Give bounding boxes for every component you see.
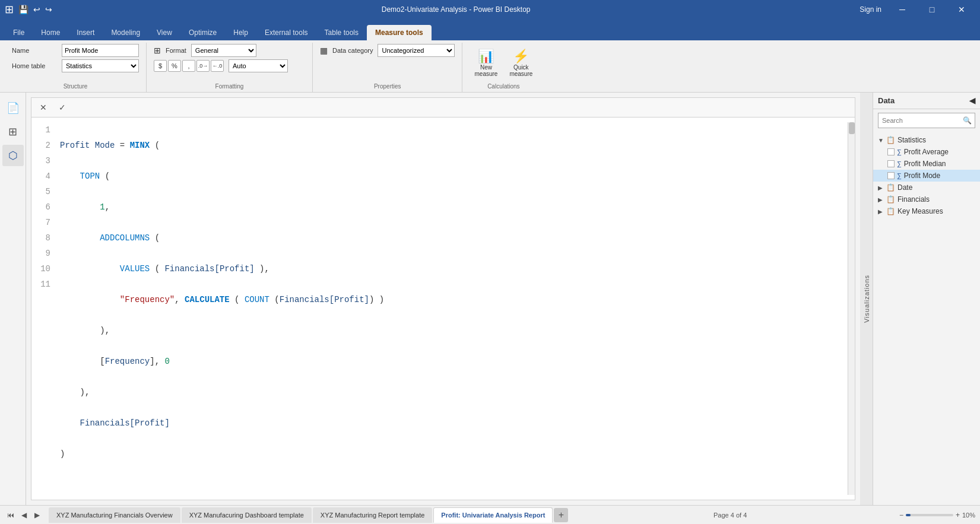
decimal-decrease-button[interactable]: ←.0 (211, 60, 224, 72)
formula-code[interactable]: Profit Mode = MINX ( TOPN ( 1, ADDCOLUMN… (55, 122, 848, 495)
visualizations-sidebar: Visualizations (860, 93, 873, 505)
tab-insert[interactable]: Insert (68, 25, 103, 40)
toggle-statistics[interactable]: ▼ (878, 137, 886, 144)
tree-item-date[interactable]: ▶ 📋 Date (873, 182, 980, 193)
data-category-label: Data category (332, 47, 373, 54)
tab-xyz-dashboard[interactable]: XYZ Manufacuring Dashboard template (182, 507, 312, 523)
close-button[interactable]: ✕ (948, 0, 975, 19)
home-table-select[interactable]: Statistics (62, 59, 139, 72)
code-line-10: Financials[Profit] (60, 415, 843, 431)
tree-item-profit-mode[interactable]: ∑ Profit Mode (873, 170, 980, 182)
sidebar-icon-report[interactable]: 📄 (2, 97, 24, 119)
tab-next-button[interactable]: ▶ (31, 509, 43, 521)
tab-xyz-overview[interactable]: XYZ Manufacturing Financials Overview (49, 507, 180, 523)
sidebar-icon-data[interactable]: ⊞ (2, 121, 24, 142)
left-sidebar: 📄 ⊞ ⬡ (0, 93, 26, 505)
data-category-select[interactable]: Uncategorized (378, 44, 455, 57)
new-measure-button[interactable]: 📊 Newmeasure (470, 44, 502, 82)
quick-access-redo[interactable]: ↪ (45, 5, 52, 14)
tab-profit-univariate[interactable]: Profit: Univariate Analysis Report (433, 507, 553, 523)
comma-button[interactable]: , (182, 60, 195, 72)
tab-measure-tools[interactable]: Measure tools (367, 25, 432, 40)
measure-name-input[interactable] (62, 44, 139, 57)
collapse-data-panel-button[interactable]: ◀ (969, 96, 975, 105)
app-icon: ⊞ (5, 3, 14, 16)
zoom-slider-track (906, 514, 953, 516)
data-panel-header: Data ◀ (873, 93, 980, 109)
sidebar-icon-model[interactable]: ⬡ (2, 145, 24, 166)
format-select[interactable]: General (191, 44, 256, 57)
measure-icon-profit-mode: ∑ (897, 172, 902, 179)
code-line-7: ), (60, 323, 843, 338)
toggle-date[interactable]: ▶ (878, 185, 886, 191)
zoom-bar: − + 10% (899, 511, 975, 519)
code-line-6: "Frequency", CALCULATE ( COUNT (Financia… (60, 292, 843, 307)
tree-item-financials[interactable]: ▶ 📋 Financials (873, 193, 980, 205)
tab-first-button[interactable]: ⏮ (5, 509, 17, 521)
tab-home[interactable]: Home (33, 25, 68, 40)
tab-prev-button[interactable]: ◀ (18, 509, 30, 521)
bottom-tabs: ⏮ ◀ ▶ XYZ Manufacturing Financials Overv… (0, 505, 980, 524)
currency-symbol-button[interactable]: $ (154, 60, 167, 72)
data-category-row: ▦ Data category Uncategorized (320, 43, 455, 58)
quick-access-undo[interactable]: ↩ (33, 5, 40, 14)
ribbon-home-table-row: Home table Statistics (12, 58, 139, 74)
tree-item-profit-average[interactable]: ∑ Profit Average (873, 146, 980, 158)
tab-table-tools[interactable]: Table tools (316, 25, 367, 40)
tree-item-key-measures-label: Key Measures (897, 207, 943, 215)
formatting-group-label: Formatting (154, 83, 305, 92)
sign-in-button[interactable]: Sign in (860, 5, 881, 14)
tab-help[interactable]: Help (225, 25, 256, 40)
add-page-button[interactable]: + (554, 508, 568, 522)
code-editor[interactable]: 1 2 3 4 5 6 7 8 9 10 11 Profit Mode = MI… (31, 117, 855, 500)
tab-view[interactable]: View (148, 25, 180, 40)
currency-controls: $ % , .0→ ←.0 (154, 60, 224, 72)
code-line-2: TOPN ( (60, 169, 843, 184)
percent-button[interactable]: % (168, 60, 181, 72)
tab-optimize[interactable]: Optimize (180, 25, 225, 40)
editor-scrollbar[interactable] (848, 122, 855, 495)
zoom-out-icon[interactable]: − (899, 511, 903, 519)
tab-file[interactable]: File (5, 25, 33, 40)
checkbox-profit-average[interactable] (887, 148, 895, 155)
minimize-button[interactable]: ─ (889, 0, 916, 19)
currency-format-row: $ % , .0→ ←.0 Auto (154, 58, 288, 74)
checkbox-profit-mode[interactable] (887, 172, 895, 179)
quick-measure-label: Quickmeasure (509, 64, 532, 77)
confirm-formula-button[interactable]: ✓ (55, 100, 69, 115)
name-label: Name (12, 47, 59, 54)
zoom-percentage: 10% (962, 512, 975, 519)
editor-toolbar: ✕ ✓ (31, 98, 855, 117)
code-line-4: ADDCOLUMNS ( (60, 230, 843, 246)
maximize-button[interactable]: □ (918, 0, 946, 19)
ribbon-group-calculations: 📊 Newmeasure ⚡ Quickmeasure Calculations (462, 43, 544, 92)
tree-item-key-measures[interactable]: ▶ 📋 Key Measures (873, 205, 980, 217)
decimal-increase-button[interactable]: .0→ (196, 60, 210, 72)
tab-xyz-report[interactable]: XYZ Manufacturing Report template (313, 507, 432, 523)
quick-access-save[interactable]: 💾 (18, 5, 28, 14)
toggle-financials[interactable]: ▶ (878, 196, 886, 203)
checkbox-profit-median[interactable] (887, 160, 895, 167)
code-line-3: 1, (60, 199, 843, 215)
auto-select[interactable]: Auto (229, 59, 288, 72)
tree-item-profit-average-label: Profit Average (904, 148, 949, 156)
tab-external-tools[interactable]: External tools (256, 25, 316, 40)
tree-item-statistics[interactable]: ▼ 📋 Statistics (873, 134, 980, 146)
tree-item-date-label: Date (897, 183, 912, 192)
search-input[interactable] (878, 113, 975, 128)
format-row: ⊞ Format General (154, 43, 256, 58)
tab-modeling[interactable]: Modeling (103, 25, 148, 40)
data-category-icon: ▦ (320, 46, 328, 55)
visualizations-label: Visualizations (863, 275, 870, 323)
format-label: Format (166, 47, 186, 54)
format-icon: ⊞ (154, 46, 161, 55)
quick-measure-button[interactable]: ⚡ Quickmeasure (505, 44, 537, 82)
structure-group-label: Structure (12, 83, 139, 92)
toggle-key-measures[interactable]: ▶ (878, 208, 886, 215)
tree-item-profit-median[interactable]: ∑ Profit Median (873, 158, 980, 170)
zoom-in-icon[interactable]: + (956, 511, 960, 519)
table-icon-statistics: 📋 (886, 136, 895, 144)
new-measure-label: Newmeasure (474, 64, 497, 77)
table-icon-financials: 📋 (886, 195, 895, 204)
cancel-formula-button[interactable]: ✕ (36, 100, 50, 115)
